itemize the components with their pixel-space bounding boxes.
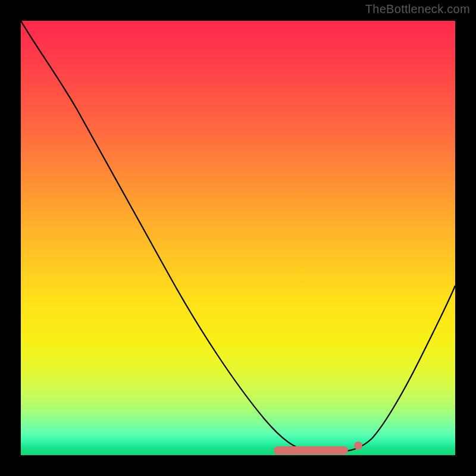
watermark-text: TheBottleneck.com [365,2,470,16]
bottleneck-curve-path [21,21,455,452]
plot-area [21,21,455,455]
optimal-range-marker [274,446,348,455]
curve-svg [21,21,455,455]
highlight-point-marker [354,441,362,450]
